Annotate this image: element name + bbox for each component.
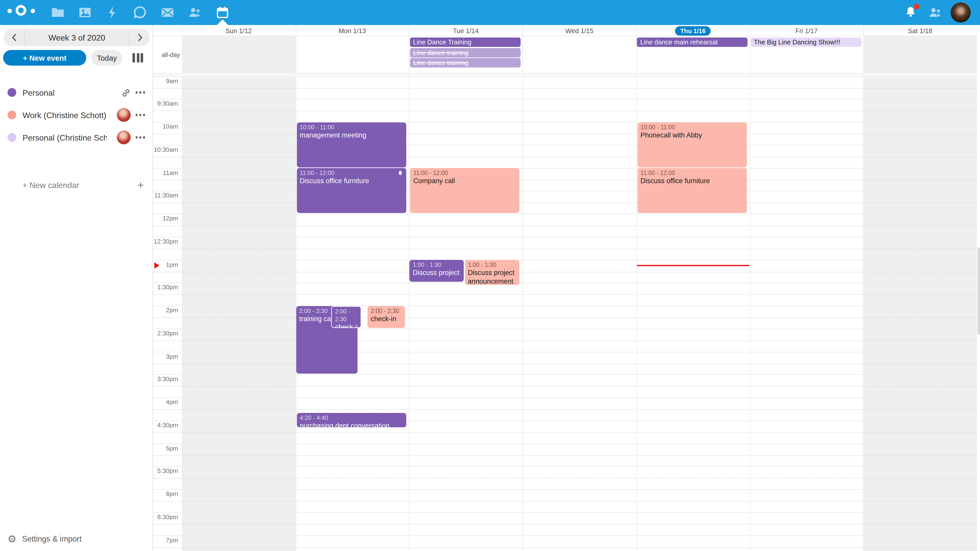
- event[interactable]: 10:00 - 11:00management meeting: [297, 122, 406, 167]
- active-app-indicator: [217, 19, 228, 25]
- calendar-list-item-personal-christine[interactable]: Personal (Christine Scho...: [0, 128, 153, 147]
- all-day-event[interactable]: Line dance main rehearsal: [637, 38, 748, 47]
- logo-circle: [30, 9, 35, 13]
- calendar-list-item-personal[interactable]: Personal: [0, 83, 153, 102]
- share-link-icon[interactable]: [121, 88, 130, 97]
- calendar-actions-menu[interactable]: [135, 91, 145, 94]
- contacts-menu-button[interactable]: [928, 5, 943, 20]
- calendar-actions-menu[interactable]: [135, 136, 145, 138]
- app-talk-button[interactable]: [132, 5, 148, 20]
- column-border: [863, 25, 864, 36]
- new-event-button[interactable]: + New event: [3, 50, 86, 65]
- event-title: Discuss project announcement: [468, 269, 516, 285]
- user-avatar[interactable]: [951, 3, 970, 22]
- weekend-shading: [183, 36, 296, 74]
- logo-circle: [7, 9, 12, 13]
- app-mail-button[interactable]: [160, 5, 175, 20]
- day-header-fri[interactable]: Fri 1/17: [750, 25, 863, 36]
- event[interactable]: 11:00 - 12:00Company call: [410, 168, 520, 213]
- nextcloud-logo[interactable]: [7, 4, 40, 21]
- column-bar: [137, 53, 139, 62]
- all-day-event[interactable]: Line Dance Training: [410, 38, 520, 47]
- time-label: 6:30pm: [153, 513, 178, 520]
- all-day-event[interactable]: The Big Line Dancing Show!!!: [751, 38, 861, 47]
- notifications-button[interactable]: [903, 5, 918, 20]
- all-day-event[interactable]: Line dance training: [410, 48, 520, 57]
- calendar-name: Work (Christine Schott): [22, 110, 107, 120]
- event[interactable]: 2:00 - 2:30check-in: [368, 306, 405, 328]
- event[interactable]: 1:00 - 1:30Discuss project announcement: [465, 260, 519, 285]
- app-photos-button[interactable]: [78, 5, 93, 20]
- column-border: [409, 25, 410, 36]
- event-title: purchasing dept conversation: [300, 422, 403, 427]
- column-border: [750, 36, 750, 74]
- event[interactable]: 11:00 - 12:00Discuss office furniture: [297, 168, 406, 213]
- day-header-mon[interactable]: Mon 1/13: [296, 25, 409, 36]
- column-border: [863, 36, 864, 74]
- scrollbar[interactable]: [977, 25, 980, 551]
- column-border: [296, 25, 296, 36]
- column-border: [409, 36, 410, 74]
- settings-label: Settings & import: [22, 535, 82, 543]
- app-calendar-button[interactable]: [215, 5, 230, 20]
- time-label: 3:30pm: [153, 375, 178, 383]
- event-time: 1:00 - 1:30: [468, 261, 516, 269]
- day-column-wed[interactable]: [523, 76, 636, 551]
- event-title: Discuss office furniture: [641, 177, 744, 186]
- time-label: 6pm: [153, 490, 178, 497]
- event[interactable]: 4:20 - 4:40purchasing dept conversation: [297, 413, 406, 427]
- time-label: 9am: [153, 77, 178, 84]
- event[interactable]: 11:00 - 12:00Discuss office furniture: [637, 168, 747, 213]
- day-column-tue[interactable]: [409, 76, 523, 551]
- event-time: 2:00 - 2:30: [371, 307, 402, 315]
- day-header-tue[interactable]: Tue 1/14: [409, 25, 523, 36]
- all-day-event[interactable]: Line dance training: [410, 58, 520, 68]
- previous-week-button[interactable]: [4, 29, 25, 46]
- view-switcher-button[interactable]: [132, 53, 144, 62]
- new-calendar-button[interactable]: + New calendar +: [0, 177, 153, 193]
- day-header-sat[interactable]: Sat 1/18: [863, 25, 977, 36]
- calendar-week-view: Sun 1/12Mon 1/13Tue 1/14Wed 1/15Thu 1/16…: [153, 25, 980, 551]
- event-time: 11:00 - 12:00: [414, 169, 517, 177]
- next-week-button[interactable]: [129, 29, 150, 46]
- day-header-thu[interactable]: Thu 1/16: [636, 25, 750, 36]
- day-column-sun[interactable]: [182, 76, 296, 551]
- week-label[interactable]: Week 3 of 2020: [25, 33, 129, 42]
- scrollbar-thumb[interactable]: [977, 248, 980, 335]
- calendar-list-item-work-christine[interactable]: Work (Christine Schott): [0, 106, 153, 124]
- day-header-sun[interactable]: Sun 1/12: [182, 25, 296, 36]
- calendar-actions-menu[interactable]: [135, 114, 145, 116]
- column-border: [750, 25, 750, 36]
- app-files-button[interactable]: [50, 5, 65, 20]
- day-column-sat[interactable]: [863, 76, 977, 551]
- notification-badge: [914, 4, 919, 10]
- day-header-row: Sun 1/12Mon 1/13Tue 1/14Wed 1/15Thu 1/16…: [153, 25, 980, 36]
- calendar-name: Personal: [22, 88, 55, 97]
- all-day-label: all-day: [153, 51, 180, 58]
- app-activity-button[interactable]: [105, 5, 120, 20]
- chevron-left-icon: [10, 33, 18, 42]
- time-label: 9:30am: [153, 100, 178, 107]
- calendar-color-dot: [7, 133, 16, 142]
- app-contacts-button[interactable]: [188, 5, 203, 20]
- time-label: 3pm: [153, 353, 178, 359]
- settings-import-button[interactable]: ⚙ Settings & import: [0, 531, 153, 548]
- time-label: 2:30pm: [153, 330, 178, 337]
- day-column-fri[interactable]: [750, 76, 863, 551]
- time-label: 5pm: [153, 445, 178, 451]
- logo-circle: [16, 5, 26, 16]
- all-day-row: all-day Line Dance TrainingLine dance tr…: [153, 36, 980, 74]
- photos-icon: [78, 5, 93, 20]
- column-bar: [132, 53, 135, 62]
- event-time: 10:00 - 11:00: [641, 124, 744, 131]
- column-border: [296, 36, 296, 74]
- event[interactable]: 2:00 - 2:30check-in: [331, 306, 361, 328]
- event[interactable]: 10:00 - 11:00Phonecall with Abby: [637, 122, 747, 167]
- event-title: Phonecall with Abby: [641, 131, 744, 140]
- event[interactable]: 1:00 - 1:30Discuss project announcement: [410, 260, 463, 282]
- time-label: 12:30pm: [153, 238, 178, 245]
- new-calendar-label: + New calendar: [22, 180, 79, 190]
- today-button[interactable]: Today: [91, 50, 123, 65]
- day-header-wed[interactable]: Wed 1/15: [523, 25, 636, 36]
- top-bar: [0, 0, 980, 25]
